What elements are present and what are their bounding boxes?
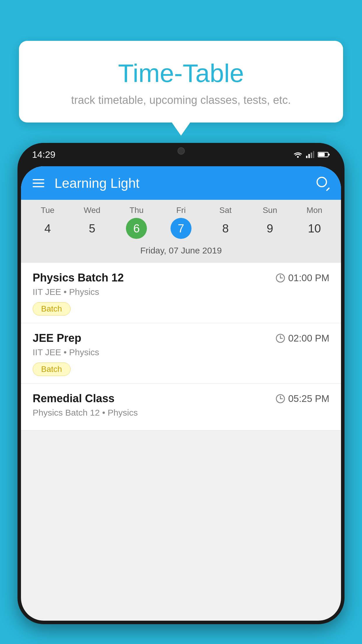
wifi-icon bbox=[293, 151, 303, 158]
clock-icon bbox=[275, 394, 285, 404]
batch-tag: Batch bbox=[33, 302, 71, 316]
clock-icon bbox=[275, 273, 285, 283]
day-col-thu[interactable]: Thu6 bbox=[114, 206, 159, 239]
day-number[interactable]: 9 bbox=[259, 218, 280, 239]
day-name: Sun bbox=[263, 206, 277, 215]
schedule-list: Physics Batch 12 01:00 PMIIT JEE • Physi… bbox=[21, 263, 341, 430]
phone-container: 14:29 bbox=[17, 143, 345, 644]
front-camera bbox=[178, 147, 185, 155]
day-name: Wed bbox=[84, 206, 100, 215]
svg-rect-8 bbox=[318, 153, 325, 156]
status-icons bbox=[293, 151, 330, 158]
schedule-time: 01:00 PM bbox=[275, 272, 329, 284]
notch bbox=[158, 143, 204, 159]
search-button[interactable] bbox=[317, 177, 329, 190]
day-number[interactable]: 5 bbox=[82, 218, 103, 239]
phone-screen: Learning Light Tue4Wed5Thu6Fri7Sat8Sun9M… bbox=[21, 166, 341, 621]
tooltip-subtitle: track timetable, upcoming classes, tests… bbox=[34, 94, 328, 106]
schedule-meta: Physics Batch 12 • Physics bbox=[33, 408, 329, 418]
clock-icon bbox=[275, 333, 285, 343]
schedule-time: 02:00 PM bbox=[275, 333, 329, 344]
phone-frame: 14:29 bbox=[17, 143, 345, 624]
status-time: 14:29 bbox=[32, 149, 55, 160]
app-header: Learning Light bbox=[21, 166, 341, 200]
schedule-item-header: Physics Batch 12 01:00 PM bbox=[33, 272, 329, 284]
battery-icon bbox=[318, 152, 330, 158]
days-row: Tue4Wed5Thu6Fri7Sat8Sun9Mon10 bbox=[21, 206, 341, 239]
day-name: Tue bbox=[41, 206, 55, 215]
day-name: Sat bbox=[219, 206, 232, 215]
schedule-time-text: 05:25 PM bbox=[288, 393, 329, 404]
svg-rect-5 bbox=[313, 151, 314, 158]
day-col-tue[interactable]: Tue4 bbox=[25, 206, 70, 239]
day-number[interactable]: 4 bbox=[37, 218, 58, 239]
day-number[interactable]: 10 bbox=[304, 218, 325, 239]
schedule-item[interactable]: Physics Batch 12 01:00 PMIIT JEE • Physi… bbox=[21, 263, 341, 323]
day-number[interactable]: 8 bbox=[215, 218, 236, 239]
svg-rect-7 bbox=[328, 154, 330, 155]
day-number[interactable]: 6 bbox=[126, 218, 147, 239]
schedule-item[interactable]: JEE Prep 02:00 PMIIT JEE • PhysicsBatch bbox=[21, 323, 341, 384]
day-col-wed[interactable]: Wed5 bbox=[70, 206, 115, 239]
app-title: Learning Light bbox=[55, 175, 317, 191]
day-name: Mon bbox=[306, 206, 322, 215]
schedule-time-text: 01:00 PM bbox=[288, 272, 329, 284]
svg-rect-2 bbox=[306, 156, 307, 158]
svg-rect-3 bbox=[308, 154, 310, 158]
schedule-item-header: Remedial Class 05:25 PM bbox=[33, 392, 329, 405]
signal-icon bbox=[306, 151, 314, 158]
day-col-sat[interactable]: Sat8 bbox=[203, 206, 248, 239]
menu-button[interactable] bbox=[33, 179, 44, 187]
day-col-mon[interactable]: Mon10 bbox=[292, 206, 337, 239]
schedule-time: 05:25 PM bbox=[275, 393, 329, 404]
schedule-meta: IIT JEE • Physics bbox=[33, 287, 329, 297]
svg-point-1 bbox=[297, 156, 299, 158]
schedule-item-header: JEE Prep 02:00 PM bbox=[33, 332, 329, 344]
schedule-time-text: 02:00 PM bbox=[288, 333, 329, 344]
day-col-fri[interactable]: Fri7 bbox=[159, 206, 203, 239]
tooltip-card: Time-Table track timetable, upcoming cla… bbox=[19, 41, 343, 123]
schedule-title: JEE Prep bbox=[33, 332, 81, 344]
day-name: Fri bbox=[176, 206, 186, 215]
day-col-sun[interactable]: Sun9 bbox=[248, 206, 292, 239]
tooltip-title: Time-Table bbox=[34, 58, 328, 88]
schedule-meta: IIT JEE • Physics bbox=[33, 347, 329, 357]
day-number[interactable]: 7 bbox=[171, 218, 191, 239]
schedule-title: Physics Batch 12 bbox=[33, 272, 124, 284]
schedule-title: Remedial Class bbox=[33, 392, 115, 405]
batch-tag: Batch bbox=[33, 363, 71, 376]
status-bar: 14:29 bbox=[17, 143, 345, 166]
svg-rect-4 bbox=[311, 153, 312, 158]
day-name: Thu bbox=[129, 206, 143, 215]
schedule-item[interactable]: Remedial Class 05:25 PMPhysics Batch 12 … bbox=[21, 384, 341, 430]
calendar-strip: Tue4Wed5Thu6Fri7Sat8Sun9Mon10 Friday, 07… bbox=[21, 200, 341, 263]
selected-date-label: Friday, 07 June 2019 bbox=[21, 243, 341, 260]
